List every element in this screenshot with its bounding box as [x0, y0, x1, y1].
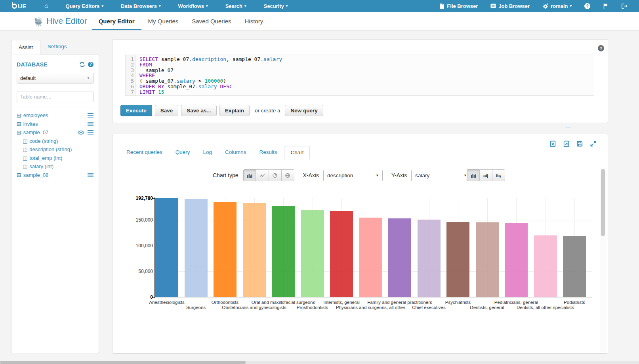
- feedback-flag-button[interactable]: [599, 0, 612, 12]
- sql-editor[interactable]: 1234567 SELECT sample_07.description, sa…: [125, 55, 594, 96]
- y-tick-label: 0: [124, 294, 153, 300]
- editor-help-icon[interactable]: ?: [598, 45, 604, 51]
- column-row-code-string[interactable]: ◫code (string): [17, 137, 93, 146]
- table-icon: ⊞: [17, 113, 21, 118]
- column-icon: ◫: [23, 147, 27, 152]
- hive-bee-icon: [33, 16, 46, 27]
- job-browser-link[interactable]: Job Browser: [487, 0, 533, 12]
- database-section-label: DATABASE: [17, 61, 76, 68]
- x-tick-label: Pediatricians, general: [494, 300, 538, 305]
- code-line: FROM: [139, 62, 282, 68]
- assist-panel: DATABASE ? default ▼ ⊞employees⊞invites⊞…: [11, 55, 99, 353]
- execute-button[interactable]: Execute: [120, 105, 152, 116]
- x-tick-label: Surgeons: [186, 305, 206, 310]
- home-icon: ⌂: [44, 3, 48, 9]
- item-label: invites: [23, 121, 88, 127]
- header-tab-query-editor[interactable]: Query Editor: [92, 12, 141, 30]
- item-label: total_emp (int): [29, 155, 93, 161]
- x-tick-label: Podiatrists: [564, 300, 585, 305]
- column-row-description-string[interactable]: ◫description (string): [17, 145, 93, 154]
- column-icon: ◫: [23, 138, 27, 144]
- line-number: 4: [126, 73, 134, 78]
- help-icon: ?: [584, 3, 590, 9]
- chart-bar-psychiatrists: [446, 222, 469, 297]
- table-row-sample-08[interactable]: ⊞sample_08: [17, 171, 93, 180]
- column-row-salary-int[interactable]: ◫salary (int): [17, 162, 93, 171]
- user-menu[interactable]: romain ▾: [539, 0, 575, 12]
- menu-search[interactable]: Search▾: [222, 0, 250, 12]
- database-help-icon[interactable]: ?: [88, 62, 93, 67]
- sign-out-icon: [621, 3, 628, 9]
- table-menu-icon[interactable]: [88, 113, 93, 118]
- eye-icon[interactable]: [78, 131, 84, 135]
- menu-query-editors[interactable]: Query Editors▾: [62, 0, 107, 12]
- table-icon: ⊞: [17, 172, 21, 178]
- new-query-button[interactable]: New query: [285, 105, 323, 116]
- chevron-down-icon: ▾: [286, 4, 288, 8]
- x-tick-label: Prosthodontists: [297, 305, 328, 310]
- home-button[interactable]: ⌂: [41, 0, 52, 12]
- item-label: code (string): [29, 138, 93, 144]
- table-filter-input[interactable]: [17, 91, 93, 102]
- panel-resize-handle[interactable]: ⋯: [565, 124, 571, 131]
- select-caret-icon: ▼: [87, 76, 90, 80]
- line-number: 3: [126, 68, 134, 73]
- chart-bar-oral-and-maxillofacial-surgeons: [272, 206, 295, 297]
- menu-data-browsers[interactable]: Data Browsers▾: [117, 0, 164, 12]
- logout-button[interactable]: [618, 0, 631, 12]
- chart-bar-chief-executives: [418, 220, 441, 297]
- item-label: sample_07: [23, 129, 78, 135]
- table-menu-icon[interactable]: [88, 173, 93, 177]
- refresh-icon[interactable]: [79, 62, 85, 67]
- table-menu-icon[interactable]: [88, 130, 93, 135]
- app-header: Hive Editor Query EditorMy QueriesSaved …: [0, 12, 639, 30]
- save-as-button[interactable]: Save as...: [181, 105, 217, 116]
- header-tab-saved-queries[interactable]: Saved Queries: [185, 12, 238, 30]
- sql-code: SELECT sample_07.description, sample_07.…: [136, 55, 282, 95]
- job-browser-label: Job Browser: [498, 3, 530, 9]
- table-row-sample-07[interactable]: ⊞sample_07: [17, 128, 93, 137]
- chart-bar-physicians-and-surgeons-all-other: [359, 218, 382, 297]
- x-tick-label: Physicians and surgeons, all other: [336, 305, 405, 310]
- table-menu-icon[interactable]: [88, 122, 93, 126]
- header-tab-history[interactable]: History: [238, 12, 270, 30]
- database-select-value: default: [20, 75, 87, 81]
- line-number: 5: [126, 78, 134, 84]
- app-brand[interactable]: Hive Editor: [33, 16, 87, 27]
- x-tick-label: Oral and maxillofacial surgeons: [252, 300, 315, 305]
- or-create-a-text: or create a: [255, 108, 280, 114]
- table-row-employees[interactable]: ⊞employees: [17, 111, 93, 120]
- results-scrollbar: [600, 168, 606, 352]
- code-line: SELECT sample_07.description, sample_07.…: [139, 57, 282, 62]
- tab-assist[interactable]: Assist: [11, 40, 40, 55]
- column-icon: ◫: [23, 164, 27, 169]
- x-tick-label: Dentists, all other specialists: [517, 305, 574, 310]
- hue-logo[interactable]: UE: [12, 3, 27, 9]
- chevron-down-icon: ▾: [101, 4, 103, 8]
- database-select[interactable]: default ▼: [17, 73, 93, 83]
- header-tab-my-queries[interactable]: My Queries: [141, 12, 185, 30]
- y-axis-line: [155, 197, 155, 298]
- save-button[interactable]: Save: [155, 105, 179, 116]
- x-tick-label: Orthodontists: [212, 300, 238, 305]
- query-editor-card: ? 1234567 SELECT sample_07.description, …: [112, 39, 608, 123]
- x-axis-line: [155, 297, 592, 298]
- chevron-down-icon: ▾: [570, 4, 572, 8]
- menu-security[interactable]: Security▾: [260, 0, 292, 12]
- results-scrollbar-thumb[interactable]: [601, 169, 605, 236]
- file-browser-link[interactable]: File Browser: [436, 0, 481, 12]
- x-tick-label: Obstetricians and gynecologists: [222, 305, 286, 310]
- results-card: Recent queriesQueryLogColumnsResultsChar…: [112, 134, 608, 354]
- assist-panel-tabs: Assist Settings: [11, 40, 74, 54]
- table-row-invites[interactable]: ⊞invites: [17, 120, 93, 129]
- column-row-total-emp-int[interactable]: ◫total_emp (int): [17, 154, 93, 163]
- x-tick-label: Internists, general: [323, 300, 359, 305]
- table-icon: ⊞: [17, 130, 21, 135]
- page-scrollbar-thumb[interactable]: [0, 361, 246, 364]
- menu-workflows[interactable]: Workflows▾: [175, 0, 212, 12]
- help-button[interactable]: ?: [581, 0, 594, 12]
- x-tick-label: Chief executives: [412, 305, 445, 310]
- explain-button[interactable]: Explain: [219, 105, 250, 116]
- tab-settings[interactable]: Settings: [40, 40, 74, 54]
- line-number: 2: [126, 62, 134, 68]
